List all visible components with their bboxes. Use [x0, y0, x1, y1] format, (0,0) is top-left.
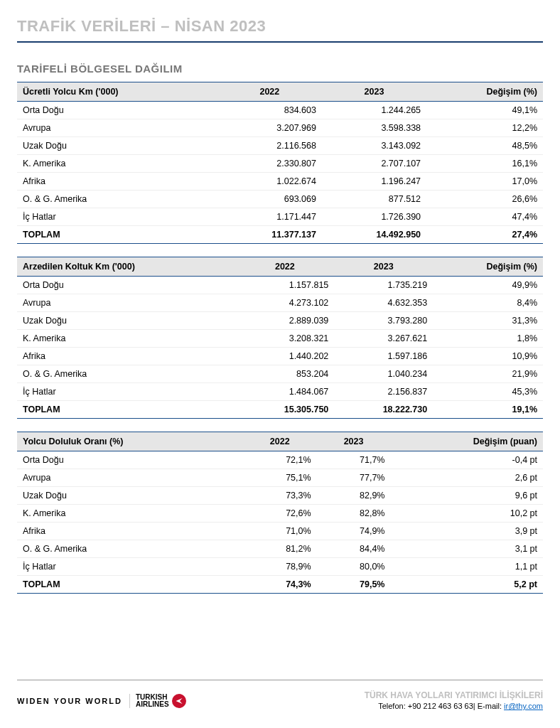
table-cell: Afrika [17, 348, 235, 365]
table-cell: 2.156.837 [334, 383, 433, 401]
table-cell: 2.330.807 [217, 155, 322, 173]
table-cell: 3.598.338 [322, 119, 426, 137]
table-cell: İç Hatlar [17, 558, 243, 576]
table-row: İç Hatlar1.484.0672.156.83745,3% [17, 383, 543, 401]
tables-container: Ücretli Yolcu Km ('000)20222023Değişim (… [17, 82, 543, 594]
table-header-cell: Arzedilen Koltuk Km ('000) [17, 257, 235, 277]
table-row: Uzak Doğu2.116.5683.143.09248,5% [17, 137, 543, 155]
table-cell: 1.196.247 [322, 173, 426, 191]
table-cell: 8,4% [433, 294, 543, 312]
table-cell: 45,3% [433, 383, 543, 401]
table-cell: -0,4 pt [390, 451, 543, 469]
table-cell: 1.726.390 [322, 208, 426, 226]
table-cell: 73,3% [243, 487, 317, 505]
table-row: O. & G. Amerika693.069877.51226,6% [17, 191, 543, 208]
table-row: İç Hatlar78,9%80,0%1,1 pt [17, 558, 543, 576]
page-title: TRAFİK VERİLERİ – NİSAN 2023 [17, 17, 543, 36]
table-cell: K. Amerika [17, 155, 217, 173]
table-cell: 78,9% [243, 558, 317, 576]
table-cell: İç Hatlar [17, 383, 235, 401]
section-title: TARİFELİ BÖLGESEL DAĞILIM [17, 63, 543, 75]
table-cell: 77,7% [317, 469, 391, 487]
table-cell: 3,9 pt [390, 523, 543, 540]
table-cell: 4.273.102 [235, 294, 334, 312]
table-cell: 1.244.265 [322, 102, 426, 119]
table-cell: 4.632.353 [334, 294, 433, 312]
table-header-cell: Değişim (puan) [390, 432, 543, 451]
table-cell: İç Hatlar [17, 208, 217, 226]
table-cell: 834.603 [217, 102, 322, 119]
table-cell: 48,5% [426, 137, 543, 155]
table-total-cell: 19,1% [433, 401, 543, 419]
table-cell: 72,6% [243, 505, 317, 523]
page-footer: WIDEN YOUR WORLD TURKISHAIRLINES TÜRK HA… [17, 680, 543, 715]
table-cell: 21,9% [433, 365, 543, 383]
department-name: TÜRK HAVA YOLLARI YATIRIMCI İLİŞKİLERİ [365, 690, 543, 701]
table-cell: Orta Doğu [17, 451, 243, 469]
table-header-cell: Ücretli Yolcu Km ('000) [17, 82, 217, 102]
table-cell: 853.204 [235, 365, 334, 383]
table-row: Avrupa4.273.1024.632.3538,4% [17, 294, 543, 312]
table-row: Afrika1.440.2021.597.18610,9% [17, 348, 543, 365]
table-cell: K. Amerika [17, 330, 235, 348]
table-total-cell: 11.377.137 [217, 226, 322, 244]
table-row: K. Amerika72,6%82,8%10,2 pt [17, 505, 543, 523]
table-cell: 26,6% [426, 191, 543, 208]
data-table: Ücretli Yolcu Km ('000)20222023Değişim (… [17, 82, 543, 244]
table-cell: 3,1 pt [390, 540, 543, 558]
footer-left: WIDEN YOUR WORLD TURKISHAIRLINES [17, 694, 186, 708]
table-cell: 71,7% [317, 451, 391, 469]
table-total-row: TOPLAM11.377.13714.492.95027,4% [17, 226, 543, 244]
table-cell: 2,6 pt [390, 469, 543, 487]
table-row: O. & G. Amerika81,2%84,4%3,1 pt [17, 540, 543, 558]
email-link[interactable]: ir@thy.com [504, 702, 543, 710]
table-header-cell: Değişim (%) [433, 257, 543, 277]
table-cell: Avrupa [17, 294, 235, 312]
table-cell: 75,1% [243, 469, 317, 487]
table-row: Afrika71,0%74,9%3,9 pt [17, 523, 543, 540]
table-total-cell: 27,4% [426, 226, 543, 244]
table-cell: 16,1% [426, 155, 543, 173]
table-cell: Uzak Doğu [17, 312, 235, 330]
table-cell: 72,1% [243, 451, 317, 469]
table-cell: O. & G. Amerika [17, 540, 243, 558]
title-divider [17, 41, 543, 43]
table-cell: O. & G. Amerika [17, 365, 235, 383]
table-cell: 10,9% [433, 348, 543, 365]
table-cell: 84,4% [317, 540, 391, 558]
table-cell: 1.440.202 [235, 348, 334, 365]
table-cell: Avrupa [17, 469, 243, 487]
slogan: WIDEN YOUR WORLD [17, 697, 122, 705]
table-cell: 2.116.568 [217, 137, 322, 155]
table-cell: 74,9% [317, 523, 391, 540]
table-cell: 693.069 [217, 191, 322, 208]
table-cell: 49,1% [426, 102, 543, 119]
table-cell: Afrika [17, 173, 217, 191]
table-cell: 1.157.815 [235, 277, 334, 294]
table-header-cell: 2023 [317, 432, 391, 451]
table-cell: 3.267.621 [334, 330, 433, 348]
table-total-row: TOPLAM74,3%79,5%5,2 pt [17, 576, 543, 594]
table-cell: Afrika [17, 523, 243, 540]
table-cell: 3.793.280 [334, 312, 433, 330]
table-cell: 10,2 pt [390, 505, 543, 523]
table-cell: 17,0% [426, 173, 543, 191]
table-cell: 71,0% [243, 523, 317, 540]
table-total-row: TOPLAM15.305.75018.222.73019,1% [17, 401, 543, 419]
table-cell: 3.208.321 [235, 330, 334, 348]
table-cell: 3.207.969 [217, 119, 322, 137]
table-cell: 1.484.067 [235, 383, 334, 401]
table-cell: 1,1 pt [390, 558, 543, 576]
footer-right: TÜRK HAVA YOLLARI YATIRIMCI İLİŞKİLERİ T… [365, 690, 543, 712]
table-cell: 82,9% [317, 487, 391, 505]
table-cell: 80,0% [317, 558, 391, 576]
table-total-cell: 15.305.750 [235, 401, 334, 419]
data-table: Yolcu Doluluk Oranı (%)20222023Değişim (… [17, 432, 543, 594]
table-row: Uzak Doğu73,3%82,9%9,6 pt [17, 487, 543, 505]
table-total-cell: 74,3% [243, 576, 317, 594]
data-table: Arzedilen Koltuk Km ('000)20222023Değişi… [17, 257, 543, 419]
table-total-cell: 5,2 pt [390, 576, 543, 594]
table-cell: 31,3% [433, 312, 543, 330]
table-cell: K. Amerika [17, 505, 243, 523]
table-cell: Uzak Doğu [17, 137, 217, 155]
